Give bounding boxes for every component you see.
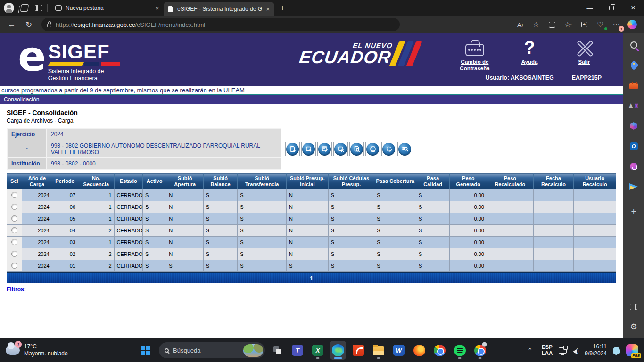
refresh-button[interactable]: ↻	[22, 18, 36, 31]
row-select-radio[interactable]	[11, 263, 17, 269]
table-cell: 0.00	[450, 201, 487, 213]
sidebar-drop-icon[interactable]	[628, 181, 639, 192]
print-button[interactable]	[365, 142, 380, 156]
excel-app-icon[interactable]: X	[310, 341, 326, 360]
workspaces-icon[interactable]	[20, 4, 29, 12]
word-app-icon[interactable]: W	[391, 341, 407, 360]
foxit-pdf-app-icon[interactable]	[350, 341, 366, 360]
sidebar-microsoft365-icon[interactable]	[628, 121, 639, 131]
delete-file-button[interactable]	[333, 142, 348, 156]
table-cell: S	[374, 237, 416, 248]
taskview-button[interactable]	[269, 341, 285, 360]
tab-nueva-pestana[interactable]: Nueva pestaña ×	[50, 1, 164, 15]
sidebar-shopping-icon[interactable]	[628, 60, 639, 70]
edge-app-icon[interactable]	[330, 341, 346, 360]
notifications-bell-icon[interactable]	[613, 347, 620, 354]
sidebar-settings-icon[interactable]: ⚙	[628, 321, 639, 332]
close-button[interactable]: ×	[622, 0, 644, 16]
password-lock-icon	[465, 44, 484, 56]
page-number[interactable]: 1	[310, 275, 313, 282]
column-header: Estado	[114, 173, 142, 189]
search-records-button[interactable]	[397, 142, 412, 156]
new-tab-button[interactable]: +	[280, 3, 285, 13]
row-select-radio[interactable]	[11, 215, 17, 222]
view-file-button[interactable]	[349, 142, 364, 156]
approve-quality-button[interactable]	[381, 142, 396, 156]
table-cell: S	[416, 248, 449, 260]
more-menu-icon[interactable]: ⋯1	[609, 18, 623, 31]
sidebar-outlook-icon[interactable]: O	[628, 141, 639, 151]
address-bar[interactable]: https://esigef.finanzas.gob.ec/eSIGEF/me…	[41, 18, 400, 31]
row-select-radio[interactable]	[11, 192, 17, 198]
record-action-toolbar	[285, 142, 412, 156]
copilot-taskbar-icon[interactable]: PRE	[626, 344, 638, 356]
validate-file-button[interactable]	[317, 142, 332, 156]
row-select-radio[interactable]	[11, 239, 17, 245]
volume-icon[interactable]	[573, 348, 577, 353]
row-select-radio[interactable]	[11, 204, 17, 210]
sidebar-search-icon[interactable]	[628, 40, 639, 50]
help-button[interactable]: ? Ayuda	[509, 38, 550, 72]
menu-item-consolidacion[interactable]: Consolidación	[4, 96, 39, 103]
clock[interactable]: 16:11 9/9/2024	[585, 343, 607, 357]
weather-temp: 17°C	[24, 343, 37, 350]
table-cell: S	[142, 248, 166, 260]
network-icon[interactable]	[559, 347, 567, 354]
table-cell: S	[416, 201, 449, 213]
tab-esigef[interactable]: eSIGEF - Sistema Integrado de G ×	[164, 2, 274, 16]
favorite-star-icon[interactable]: ☆	[529, 18, 543, 31]
copilot-icon[interactable]	[625, 18, 639, 31]
collections-icon[interactable]	[577, 18, 591, 31]
filters-link[interactable]: Filtros:	[7, 286, 26, 293]
spotify-app-icon[interactable]	[452, 341, 468, 360]
weather-cloud-icon: 1	[6, 346, 20, 355]
weather-widget[interactable]: 1 17°C Mayorm. nublado	[0, 343, 137, 357]
favorites-hub-icon[interactable]: ☆≡	[561, 18, 575, 31]
tab-close-icon[interactable]: ×	[266, 6, 270, 13]
column-header: Subió Cédulas Presup.	[328, 173, 374, 189]
row-select-radio[interactable]	[11, 251, 17, 257]
teams-app-icon[interactable]: T	[289, 341, 305, 360]
menu-bar: Consolidación	[0, 95, 623, 104]
row-select-radio[interactable]	[11, 227, 17, 233]
start-button[interactable]	[137, 341, 155, 360]
tab-actions-icon[interactable]	[35, 5, 42, 11]
profile-avatar-icon[interactable]	[4, 3, 14, 13]
browser-essentials-icon[interactable]: ♡	[593, 18, 607, 31]
language-indicator[interactable]: ESPLAA	[542, 344, 553, 356]
tray-chevron-icon[interactable]: ⌃	[528, 347, 533, 354]
file-explorer-app-icon[interactable]	[371, 341, 387, 360]
chrome-alt-app-icon[interactable]	[472, 341, 488, 360]
split-screen-icon[interactable]	[545, 18, 559, 31]
minimize-button[interactable]: —	[579, 0, 601, 16]
back-button[interactable]: ←	[5, 18, 19, 31]
logout-button[interactable]: Salir	[564, 38, 604, 72]
table-cell	[574, 201, 616, 213]
table-cell	[487, 248, 534, 260]
search-highlight-image	[243, 344, 263, 357]
sidebar-games-icon[interactable]: ♟♜	[628, 100, 639, 111]
firefox-app-icon[interactable]	[411, 341, 427, 360]
change-password-button[interactable]: Cambio de Contraseña	[454, 38, 495, 72]
taskbar-search[interactable]: Búsqueda	[159, 342, 265, 358]
new-record-button[interactable]	[285, 142, 300, 156]
param-label: -	[7, 140, 47, 158]
chrome-app-icon[interactable]	[431, 341, 447, 360]
tab-close-icon[interactable]: ×	[155, 5, 159, 12]
restore-button[interactable]	[601, 0, 622, 16]
page-title: SIGEF - Consolidación	[7, 109, 617, 116]
sidebar-tools-icon[interactable]	[628, 80, 639, 90]
read-aloud-icon[interactable]: A)	[513, 18, 527, 31]
sidebar-designer-icon[interactable]	[628, 161, 639, 172]
table-cell: S	[416, 225, 449, 237]
tray-time: 16:11	[593, 343, 607, 350]
table-cell: 04	[52, 225, 78, 237]
table-cell: 1	[78, 189, 115, 201]
sidebar-toggle-icon[interactable]	[628, 302, 639, 312]
sidebar-add-icon[interactable]: +	[628, 206, 639, 217]
table-cell: S	[416, 260, 449, 272]
terminal-label: EAPP215P	[572, 74, 602, 81]
row-select-cell	[7, 225, 22, 237]
upload-file-button[interactable]	[301, 142, 316, 156]
table-cell: N	[166, 189, 204, 201]
